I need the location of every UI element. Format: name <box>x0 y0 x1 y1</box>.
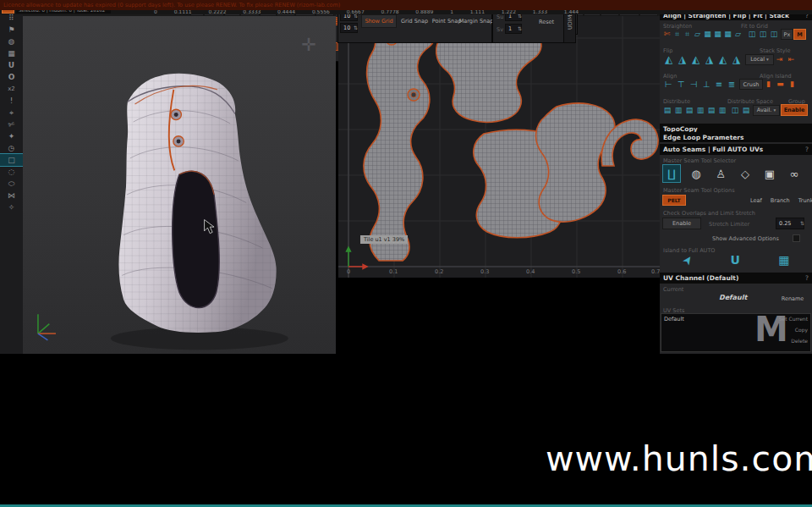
spinner[interactable]: ⇅ <box>800 220 804 226</box>
align-island-u-icon[interactable]: ▮ <box>763 80 774 88</box>
distribute-gap-v-icon[interactable]: ▥ <box>695 107 705 114</box>
flag-tool[interactable]: ⚑ <box>0 24 23 36</box>
uv-tick: 0.2 <box>435 268 443 275</box>
rename-button[interactable]: Rename <box>778 294 807 303</box>
align-bottom-icon[interactable]: ⊥ <box>700 80 712 89</box>
distribute-v-icon[interactable]: ▥ <box>673 107 683 114</box>
quadrangulate-icon[interactable]: ▱ <box>733 30 743 38</box>
group-enable-button[interactable]: Enable <box>782 105 807 115</box>
seam-tool-cube-icon[interactable]: ◇ <box>737 165 754 182</box>
fit-grid-v-icon[interactable]: ◫ <box>758 30 768 38</box>
optimize-tool[interactable]: O <box>0 71 23 83</box>
grid-snap-button[interactable]: Grid Snap <box>399 15 430 27</box>
stretch-limiter-label: Stretch Limiter <box>709 221 749 228</box>
magic-select-tool[interactable]: ✧ <box>0 201 23 213</box>
align-island-v-icon[interactable]: ▬ <box>775 80 786 88</box>
distribute-space-dropdown[interactable]: Avail.▾ <box>754 106 779 115</box>
crush-button[interactable]: Crush <box>740 80 762 89</box>
current-uv-set: Default <box>719 294 747 301</box>
align-left-icon[interactable]: ⊢ <box>662 80 674 89</box>
help-icon[interactable]: ? <box>805 146 809 153</box>
stack-style-dropdown[interactable]: Local▾ <box>746 55 773 64</box>
seam-tool-hardsurface-icon[interactable]: ▣ <box>761 165 778 182</box>
delete-button[interactable]: Delete <box>791 338 808 344</box>
seam-tool-link-icon[interactable]: ∞ <box>786 165 803 182</box>
tile-reset-button[interactable]: Reset <box>534 17 559 27</box>
gridify-loops-icon[interactable]: ▦ <box>713 30 722 38</box>
flip-u-icon[interactable]: ◭ <box>662 54 675 64</box>
gridify-island-icon[interactable]: ▦ <box>723 30 732 38</box>
seam-tool-pants-icon[interactable]: ∐ <box>663 165 680 182</box>
sphere-tool[interactable]: ◍ <box>0 36 23 47</box>
auto-select-icon[interactable]: ➤ <box>679 252 694 267</box>
seam-tool-character-icon[interactable]: ♙ <box>712 165 729 182</box>
distribute-h-icon[interactable]: ▤ <box>662 107 672 114</box>
distribute-col-icon[interactable]: ▥ <box>717 107 727 114</box>
distribute-gap-h-icon[interactable]: ▤ <box>684 107 694 114</box>
auto-pack-icon[interactable]: ▦ <box>778 254 789 266</box>
straighten-v-icon[interactable]: ⌗ <box>683 30 692 38</box>
mirror-v-icon[interactable]: ◮ <box>730 54 743 64</box>
flip-local-u-icon[interactable]: ◭ <box>689 54 702 64</box>
fit-grid-u-icon[interactable]: ◫ <box>747 30 757 38</box>
align-island-rotate-icon[interactable]: ▮ <box>787 80 798 88</box>
leaf-button[interactable]: Leaf <box>748 196 765 205</box>
box-select-tool[interactable]: □ <box>0 154 23 166</box>
fit-m-toggle[interactable]: M <box>794 30 805 39</box>
tile-sv-label: Sv <box>497 26 503 33</box>
align-island-label: Align Island <box>760 73 792 80</box>
warning-tool[interactable]: ! <box>0 95 23 107</box>
help-icon[interactable]: ? <box>805 274 809 282</box>
align-center-v-icon[interactable]: ≣ <box>726 80 738 89</box>
branch-button[interactable]: Branch <box>768 196 793 205</box>
app-window: ◆ C:\Users\user\AppData\Roaming\Maxon\Ma… <box>0 0 812 507</box>
lasso-tool[interactable]: ◌ <box>0 166 23 178</box>
unstack-icon[interactable]: ⇤ <box>786 56 797 63</box>
checker-tool[interactable]: ▦ <box>0 47 23 59</box>
x2-tool[interactable]: x2 <box>0 83 23 95</box>
uv-tick: 0 <box>347 268 350 275</box>
viewport-3d[interactable]: Shading Texture Center Options Up 0.20s … <box>23 0 336 354</box>
align-top-icon[interactable]: ⊤ <box>675 80 687 89</box>
overlaps-enable-button[interactable]: Enable <box>663 218 700 229</box>
gridify-icon[interactable]: ▦ <box>703 30 712 38</box>
fit-px-toggle[interactable]: Px <box>782 30 793 39</box>
point-snap-button[interactable]: Point Snap <box>431 15 462 27</box>
unfold-tool[interactable]: U <box>0 59 23 71</box>
spinner[interactable]: ⇅ <box>518 25 522 31</box>
fit-grid-uv-icon[interactable]: ◫ <box>769 30 779 38</box>
mirror-u-icon[interactable]: ◭ <box>716 54 729 64</box>
uv-island-strip <box>364 16 436 261</box>
space-v-icon[interactable]: ▤ <box>741 107 751 114</box>
show-advanced-checkbox[interactable] <box>793 235 799 241</box>
flip-local-v-icon[interactable]: ◮ <box>703 54 716 64</box>
model-3d-shoe[interactable]: ✛ <box>23 16 336 354</box>
seam-tool-sphere-icon[interactable]: ◍ <box>688 165 705 182</box>
distribute-row-icon[interactable]: ▤ <box>706 107 716 114</box>
space-u-icon[interactable]: ◫ <box>730 107 740 114</box>
uv-set-item[interactable]: Default <box>664 316 684 322</box>
flip-v-icon[interactable]: ◮ <box>676 54 689 64</box>
show-grid-button[interactable]: Show Grid <box>362 15 396 27</box>
edge-loop-header[interactable]: Edge Loop Parameters <box>663 134 743 141</box>
straighten-h-icon[interactable]: ⌗ <box>672 30 682 38</box>
symmetry-tool[interactable]: ⋈ <box>0 190 23 201</box>
history-tool[interactable]: ◷ <box>0 142 23 154</box>
show-advanced-label[interactable]: Show Advanced Options <box>712 235 779 242</box>
master-selector-label: Master Seam Tool Selector <box>663 157 736 164</box>
straighten-shear-icon[interactable]: ▱ <box>693 30 702 38</box>
auto-seams-header[interactable]: Auto Seams | Full AUTO UVs <box>663 146 763 153</box>
stack-icon[interactable]: ⇥ <box>774 56 785 63</box>
ellipse-select-tool[interactable]: ⬭ <box>0 178 23 190</box>
align-right-icon[interactable]: ⊣ <box>688 80 700 89</box>
margin-snap-button[interactable]: Margin Snap <box>462 15 491 27</box>
spinner[interactable]: ⇅ <box>354 25 358 30</box>
copy-button[interactable]: Copy <box>795 327 808 333</box>
align-center-h-icon[interactable]: ≡ <box>713 80 725 89</box>
uv-tick: 0.4 <box>526 268 535 275</box>
trunk-button[interactable]: Trunk <box>796 196 812 205</box>
uv-channel-header[interactable]: UV Channel (Default) <box>663 274 738 282</box>
pelt-button[interactable]: PELT <box>663 196 685 205</box>
auto-unfold-icon[interactable]: U <box>731 254 740 266</box>
straighten-cut-icon[interactable]: ✄ <box>662 30 672 38</box>
